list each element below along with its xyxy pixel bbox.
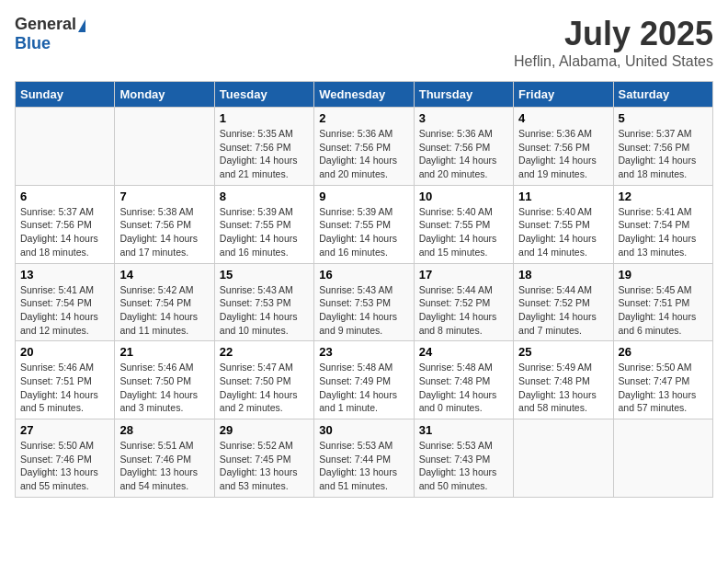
day-number: 26 [619,345,708,359]
calendar-cell: 9Sunrise: 5:39 AMSunset: 7:55 PMDaylight… [314,185,414,263]
calendar-cell: 23Sunrise: 5:48 AMSunset: 7:49 PMDayligh… [314,341,414,419]
calendar-cell: 29Sunrise: 5:52 AMSunset: 7:45 PMDayligh… [214,419,313,498]
day-number: 16 [319,268,408,282]
day-info: Sunrise: 5:50 AMSunset: 7:47 PMDaylight:… [619,361,708,415]
logo-general: General [15,15,76,33]
day-number: 18 [518,268,608,282]
calendar-cell: 3Sunrise: 5:36 AMSunset: 7:56 PMDaylight… [414,108,513,186]
calendar-cell: 18Sunrise: 5:44 AMSunset: 7:52 PMDayligh… [514,263,613,341]
calendar-cell: 8Sunrise: 5:39 AMSunset: 7:55 PMDaylight… [214,185,313,263]
col-tuesday: Tuesday [214,82,313,108]
calendar-cell: 2Sunrise: 5:36 AMSunset: 7:56 PMDaylight… [314,108,414,186]
header: General Blue July 2025 Heflin, Alabama, … [15,15,713,70]
logo-triangle-icon [78,19,85,32]
day-info: Sunrise: 5:48 AMSunset: 7:49 PMDaylight:… [319,361,408,415]
day-info: Sunrise: 5:43 AMSunset: 7:53 PMDaylight:… [220,283,309,338]
day-number: 17 [419,268,508,282]
calendar-cell: 25Sunrise: 5:49 AMSunset: 7:48 PMDayligh… [514,341,613,419]
calendar-week-row: 6Sunrise: 5:37 AMSunset: 7:56 PMDaylight… [16,185,713,263]
col-wednesday: Wednesday [314,82,414,108]
day-info: Sunrise: 5:46 AMSunset: 7:51 PMDaylight:… [20,361,109,415]
day-info: Sunrise: 5:36 AMSunset: 7:56 PMDaylight:… [419,127,508,181]
col-saturday: Saturday [613,82,712,108]
day-number: 31 [419,423,508,437]
day-info: Sunrise: 5:44 AMSunset: 7:52 PMDaylight:… [419,283,508,338]
calendar-week-row: 1Sunrise: 5:35 AMSunset: 7:56 PMDaylight… [16,108,713,186]
calendar-week-row: 13Sunrise: 5:41 AMSunset: 7:54 PMDayligh… [16,263,713,341]
day-number: 28 [119,423,209,437]
day-number: 24 [419,345,508,359]
day-number: 13 [20,268,109,282]
day-info: Sunrise: 5:39 AMSunset: 7:55 PMDaylight:… [220,205,309,259]
day-info: Sunrise: 5:37 AMSunset: 7:56 PMDaylight:… [619,127,708,181]
calendar-cell: 24Sunrise: 5:48 AMSunset: 7:48 PMDayligh… [414,341,513,419]
calendar-cell: 20Sunrise: 5:46 AMSunset: 7:51 PMDayligh… [16,341,115,419]
calendar-week-row: 20Sunrise: 5:46 AMSunset: 7:51 PMDayligh… [16,341,713,419]
day-info: Sunrise: 5:47 AMSunset: 7:50 PMDaylight:… [220,361,309,415]
calendar-cell: 22Sunrise: 5:47 AMSunset: 7:50 PMDayligh… [214,341,313,419]
day-number: 21 [119,345,209,359]
calendar-cell: 10Sunrise: 5:40 AMSunset: 7:55 PMDayligh… [414,185,513,263]
col-friday: Friday [514,82,613,108]
day-number: 15 [220,268,309,282]
logo-blue: Blue [15,34,51,53]
calendar-cell [613,419,712,498]
day-info: Sunrise: 5:46 AMSunset: 7:50 PMDaylight:… [119,361,209,415]
calendar-cell: 7Sunrise: 5:38 AMSunset: 7:56 PMDaylight… [115,185,214,263]
calendar-cell: 1Sunrise: 5:35 AMSunset: 7:56 PMDaylight… [214,108,313,186]
day-number: 11 [518,190,608,203]
day-info: Sunrise: 5:53 AMSunset: 7:44 PMDaylight:… [319,439,408,493]
day-number: 6 [20,190,109,203]
day-number: 10 [419,190,508,203]
calendar-cell: 12Sunrise: 5:41 AMSunset: 7:54 PMDayligh… [613,185,712,263]
calendar-cell: 26Sunrise: 5:50 AMSunset: 7:47 PMDayligh… [613,341,712,419]
day-number: 7 [119,190,209,203]
day-info: Sunrise: 5:52 AMSunset: 7:45 PMDaylight:… [220,439,309,493]
calendar-cell: 6Sunrise: 5:37 AMSunset: 7:56 PMDaylight… [16,185,115,263]
calendar-header: Sunday Monday Tuesday Wednesday Thursday… [16,82,713,108]
day-info: Sunrise: 5:43 AMSunset: 7:53 PMDaylight:… [319,283,408,338]
day-info: Sunrise: 5:40 AMSunset: 7:55 PMDaylight:… [419,205,508,259]
day-number: 5 [619,111,708,125]
day-number: 4 [518,111,608,125]
calendar-cell: 11Sunrise: 5:40 AMSunset: 7:55 PMDayligh… [514,185,613,263]
header-row: Sunday Monday Tuesday Wednesday Thursday… [16,82,713,108]
col-sunday: Sunday [16,82,115,108]
day-number: 9 [319,190,408,203]
calendar-cell: 21Sunrise: 5:46 AMSunset: 7:50 PMDayligh… [115,341,214,419]
calendar-cell: 15Sunrise: 5:43 AMSunset: 7:53 PMDayligh… [214,263,313,341]
day-number: 8 [220,190,309,203]
calendar-cell [115,108,214,186]
calendar-cell: 27Sunrise: 5:50 AMSunset: 7:46 PMDayligh… [16,419,115,498]
page-subtitle: Heflin, Alabama, United States [514,53,713,70]
day-info: Sunrise: 5:42 AMSunset: 7:54 PMDaylight:… [119,283,209,338]
day-info: Sunrise: 5:36 AMSunset: 7:56 PMDaylight:… [518,127,608,181]
calendar-cell: 31Sunrise: 5:53 AMSunset: 7:43 PMDayligh… [414,419,513,498]
day-number: 19 [619,268,708,282]
day-info: Sunrise: 5:40 AMSunset: 7:55 PMDaylight:… [518,205,608,259]
calendar-cell [514,419,613,498]
day-number: 22 [220,345,309,359]
day-number: 2 [319,111,408,125]
day-info: Sunrise: 5:39 AMSunset: 7:55 PMDaylight:… [319,205,408,259]
calendar-cell [16,108,115,186]
logo: General Blue [15,15,85,53]
calendar-cell: 16Sunrise: 5:43 AMSunset: 7:53 PMDayligh… [314,263,414,341]
day-info: Sunrise: 5:41 AMSunset: 7:54 PMDaylight:… [20,283,109,338]
day-number: 23 [319,345,408,359]
col-monday: Monday [115,82,214,108]
day-info: Sunrise: 5:53 AMSunset: 7:43 PMDaylight:… [419,439,508,493]
day-info: Sunrise: 5:41 AMSunset: 7:54 PMDaylight:… [619,205,708,259]
calendar-cell: 13Sunrise: 5:41 AMSunset: 7:54 PMDayligh… [16,263,115,341]
day-number: 29 [220,423,309,437]
day-number: 30 [319,423,408,437]
calendar-body: 1Sunrise: 5:35 AMSunset: 7:56 PMDaylight… [16,108,713,498]
day-info: Sunrise: 5:49 AMSunset: 7:48 PMDaylight:… [518,361,608,415]
day-number: 27 [20,423,109,437]
day-number: 12 [619,190,708,203]
calendar-cell: 14Sunrise: 5:42 AMSunset: 7:54 PMDayligh… [115,263,214,341]
title-area: July 2025 Heflin, Alabama, United States [514,15,713,70]
day-number: 3 [419,111,508,125]
day-number: 20 [20,345,109,359]
day-number: 1 [220,111,309,125]
